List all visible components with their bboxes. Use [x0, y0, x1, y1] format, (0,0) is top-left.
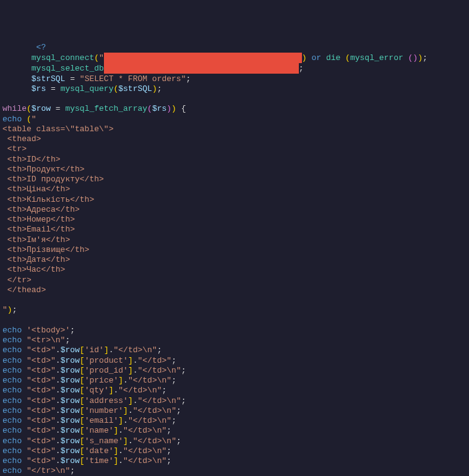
code-editor[interactable]: <? mysql_connect(") or die (mysql_error … [2, 43, 467, 476]
code-line: echo (" [2, 115, 467, 124]
code-line: echo '<tbody>'; [2, 326, 467, 335]
code-line: <table class=\"table\"> [2, 124, 467, 134]
code-line: while($row = mysql_fetch_array($rs)) { [2, 104, 467, 114]
code-line: <th>Продукт</th> [2, 165, 467, 175]
code-line: <th>ID продукту</th> [2, 175, 467, 184]
code-line: </thead> [2, 285, 467, 295]
code-line [2, 295, 467, 305]
code-line: </tr> [2, 275, 467, 285]
code-line: "); [2, 305, 467, 315]
code-line: echo "<td>".$row['s_name']."</td>\n"; [2, 436, 467, 446]
code-line: echo "<td>".$row['name']."</td>\n"; [2, 426, 467, 436]
code-line [2, 316, 467, 326]
code-line: <thead> [2, 134, 467, 144]
code-line [2, 94, 467, 104]
code-line: echo "<td>".$row['product']."</td>"; [2, 356, 467, 366]
code-line: <th>Дата</th> [2, 255, 467, 265]
code-line: echo "<td>".$row['date']."</td>\n"; [2, 446, 467, 456]
code-line: echo "<td>".$row['email']."</td>\n"; [2, 416, 467, 426]
code-line: mysql_connect(") or die (mysql_error ())… [2, 53, 467, 63]
code-line: echo "<td>".$row['id']."</td>\n"; [2, 345, 467, 355]
code-line: <th>Email</th> [2, 225, 467, 235]
code-line: <th>Номер</th> [2, 215, 467, 225]
code-line: $strSQL = "SELECT * FROM orders"; [2, 74, 467, 84]
code-line: echo "<td>".$row['address']."</td>\n"; [2, 396, 467, 406]
code-line: echo "<td>".$row['time']."</td>\n"; [2, 456, 467, 466]
redacted-block [104, 63, 299, 74]
code-line: <th>Адреса</th> [2, 205, 467, 215]
code-line: mysql_select_db; [2, 63, 467, 74]
code-line: <th>Час</th> [2, 265, 467, 275]
code-line: <th>Прізвище</th> [2, 245, 467, 255]
code-line: echo "<td>".$row['prod_id']."</td>\n"; [2, 366, 467, 376]
code-line: <th>Ім'я</th> [2, 235, 467, 245]
code-line: <tr> [2, 144, 467, 154]
code-line: echo "<td>".$row['number']."</td>\n"; [2, 406, 467, 416]
code-line: echo "<tr>\n"; [2, 335, 467, 345]
code-line: <th>Кількість</th> [2, 195, 467, 205]
code-line: echo "</tr>\n"; [2, 466, 467, 476]
code-line: echo "<td>".$row['qty']."</td>\n"; [2, 386, 467, 396]
code-line: $rs = mysql_query($strSQL); [2, 84, 467, 94]
redacted-block [104, 53, 302, 63]
code-line: <? [2, 43, 467, 53]
code-line: echo "<td>".$row['price']."</td>\n"; [2, 376, 467, 386]
code-line: <th>ID</th> [2, 155, 467, 165]
code-line: <th>Ціна</th> [2, 184, 467, 194]
